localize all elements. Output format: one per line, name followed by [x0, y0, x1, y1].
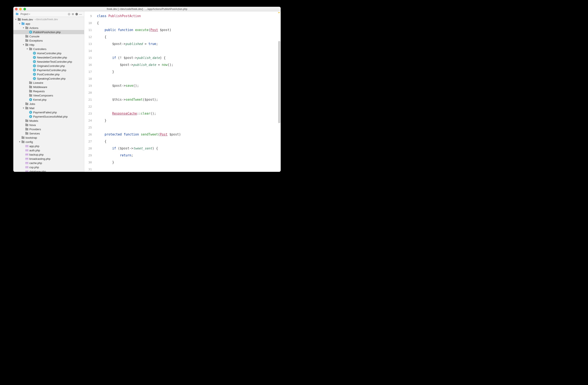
- tree-file[interactable]: CPaymentsController.php: [13, 68, 84, 72]
- close-icon[interactable]: [15, 8, 18, 10]
- code-line[interactable]: [97, 166, 281, 172]
- code-line[interactable]: [97, 89, 281, 96]
- tree-item-label: NewsletterController.php: [37, 56, 67, 59]
- svg-rect-4: [72, 15, 74, 15]
- editor-pane[interactable]: 9101112131415161718192021222324252627282…: [84, 11, 281, 172]
- line-number: 21: [84, 96, 92, 103]
- tree-file[interactable]: PHPbroadcasting.php: [13, 157, 84, 161]
- tree-folder[interactable]: ▼config: [13, 140, 84, 144]
- disclosure-arrow-icon[interactable]: ▼: [18, 22, 21, 25]
- code-line[interactable]: $this->sendTweet($post);: [97, 96, 281, 103]
- tree-folder[interactable]: ▼freek.dev~/dev/code/freek.dev: [13, 17, 84, 21]
- tree-file[interactable]: Exceptions: [13, 39, 84, 43]
- sidebar-header[interactable]: Project ▾ —: [13, 11, 84, 17]
- tree-file[interactable]: PHPcsp.php: [13, 165, 84, 169]
- tree-item-label: auth.php: [29, 149, 40, 152]
- gear-icon[interactable]: [75, 12, 79, 16]
- code-line[interactable]: $post->publish_date = now();: [97, 61, 281, 68]
- hide-icon[interactable]: —: [79, 12, 82, 16]
- code-line[interactable]: [97, 75, 281, 82]
- zoom-icon[interactable]: [23, 8, 26, 10]
- code-line[interactable]: {: [97, 34, 281, 41]
- class-file-icon: C: [33, 77, 36, 80]
- minimize-icon[interactable]: [19, 8, 22, 10]
- code-line[interactable]: if (! $post->publish_date) {: [97, 55, 281, 61]
- tree-folder[interactable]: ▼Http: [13, 43, 84, 47]
- line-number: 15: [84, 55, 92, 61]
- expand-all-icon[interactable]: [71, 12, 75, 16]
- project-selector[interactable]: Project ▾: [15, 12, 30, 16]
- code-line[interactable]: $post->published = true;: [97, 41, 281, 47]
- disclosure-arrow-icon[interactable]: ▼: [22, 44, 25, 46]
- code-line[interactable]: $post->save();: [97, 82, 281, 89]
- tree-file[interactable]: CPaymentSuccessfulMail.php: [13, 114, 84, 119]
- class-file-icon: C: [29, 111, 32, 114]
- code-line[interactable]: return;: [97, 152, 281, 159]
- project-tree[interactable]: ▼freek.dev~/dev/code/freek.dev▼app▼Actio…: [13, 17, 84, 172]
- tree-folder[interactable]: ▼Controllers: [13, 47, 84, 51]
- tree-item-label: Requests: [33, 90, 45, 93]
- tree-file[interactable]: CNewsletterController.php: [13, 55, 84, 60]
- tree-file[interactable]: Providers: [13, 127, 84, 131]
- tree-file[interactable]: CPublishPostAction.php: [13, 30, 84, 34]
- tree-file[interactable]: Models: [13, 119, 84, 123]
- disclosure-arrow-icon[interactable]: ▼: [15, 18, 17, 20]
- code-line[interactable]: [97, 47, 281, 55]
- tree-file[interactable]: Livewire: [13, 81, 84, 85]
- tree-file[interactable]: CHomeController.php: [13, 51, 84, 55]
- code-line[interactable]: public function execute(Post $post): [97, 27, 281, 34]
- window-body: Project ▾ — ▼freek.dev~/dev/code/freek.d…: [13, 11, 281, 172]
- code-line[interactable]: ResponseCache::clear();: [97, 110, 281, 117]
- tree-file[interactable]: CSpeakingController.php: [13, 76, 84, 81]
- tree-item-label: Mail: [29, 107, 34, 110]
- scrollbar-thumb[interactable]: [278, 41, 280, 123]
- tree-file[interactable]: Console: [13, 34, 84, 39]
- tree-file[interactable]: Middleware: [13, 85, 84, 89]
- titlebar[interactable]: freek.dev [~/dev/code/freek.dev] - .../a…: [13, 7, 281, 11]
- tree-file[interactable]: PHPbackup.php: [13, 152, 84, 157]
- folder-icon: [25, 127, 28, 131]
- project-icon: [15, 12, 19, 16]
- code-line[interactable]: {: [97, 138, 281, 145]
- tree-file[interactable]: ViewComposers: [13, 93, 84, 98]
- scrollbar[interactable]: [278, 11, 280, 172]
- tree-file[interactable]: PHPcache.php: [13, 161, 84, 165]
- tree-file[interactable]: Jobs: [13, 102, 84, 106]
- svg-rect-2: [72, 13, 74, 14]
- tree-file[interactable]: COriginalsController.php: [13, 64, 84, 68]
- locate-icon[interactable]: [67, 12, 71, 16]
- disclosure-arrow-icon[interactable]: ▼: [22, 107, 25, 109]
- tree-folder[interactable]: ▼Mail: [13, 106, 84, 110]
- code-line[interactable]: }: [97, 159, 281, 166]
- code-line[interactable]: protected function sendTweet(Post $post): [97, 131, 281, 138]
- tree-file[interactable]: PHPdatabase.php: [13, 169, 84, 172]
- line-number: 18: [84, 75, 92, 82]
- tree-file[interactable]: CNewsletterTestController.php: [13, 60, 84, 64]
- class-file-icon: C: [29, 115, 32, 118]
- tree-file[interactable]: Nova: [13, 123, 84, 127]
- tree-item-label: PaymentsController.php: [37, 69, 66, 72]
- code-line[interactable]: [97, 124, 281, 131]
- tree-file[interactable]: CPostController.php: [13, 72, 84, 76]
- tree-file[interactable]: PHPapp.php: [13, 144, 84, 148]
- tree-file[interactable]: Requests: [13, 89, 84, 93]
- code-line[interactable]: class PublishPostAction: [97, 13, 281, 20]
- tree-file[interactable]: CPaymentFailed.php: [13, 110, 84, 114]
- tree-folder[interactable]: ▼app: [13, 21, 84, 26]
- disclosure-arrow-icon[interactable]: ▼: [22, 27, 25, 29]
- disclosure-arrow-icon[interactable]: ▼: [26, 48, 28, 50]
- code-line[interactable]: {: [97, 20, 281, 27]
- code-line[interactable]: if ($post->tweet_sent) {: [97, 145, 281, 152]
- code-area[interactable]: class PublishPostAction{ public function…: [94, 11, 281, 172]
- disclosure-arrow-icon[interactable]: ▼: [18, 141, 21, 143]
- tree-file[interactable]: CKernel.php: [13, 98, 84, 102]
- code-line[interactable]: [97, 103, 281, 110]
- tree-folder[interactable]: ▼Actions: [13, 26, 84, 30]
- tree-file[interactable]: Services: [13, 131, 84, 136]
- folder-icon: [25, 43, 28, 46]
- tree-file[interactable]: PHPauth.php: [13, 148, 84, 152]
- code-line[interactable]: }: [97, 68, 281, 75]
- line-number: 11: [84, 27, 92, 34]
- tree-file[interactable]: bootstrap: [13, 136, 84, 140]
- code-line[interactable]: }: [97, 117, 281, 124]
